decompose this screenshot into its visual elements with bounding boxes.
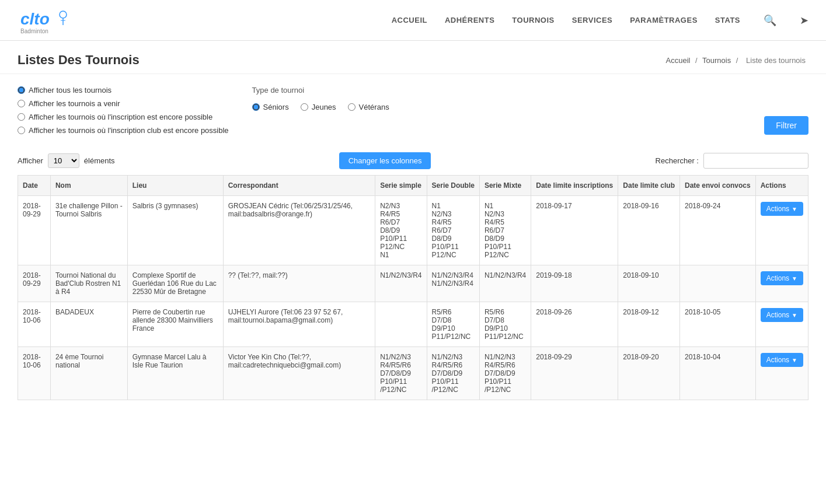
- cell-serie-mixte: N1N2/N3R4/R5R6/D7D8/D9P10/P11P12/NC: [479, 196, 531, 265]
- col-date-limite-inscriptions: Date limite inscriptions: [531, 176, 618, 196]
- svg-text:Badminton: Badminton: [20, 28, 48, 34]
- cell-date-limite-club: 2018-09-12: [618, 302, 680, 347]
- type-radio-veterans[interactable]: [348, 103, 356, 111]
- actions-caret-icon: ▼: [792, 312, 797, 318]
- elements-label: éléments: [84, 156, 115, 165]
- nav-parametrages[interactable]: PARAMÈTRAGES: [630, 16, 698, 24]
- col-date-limite-club: Date limite club: [618, 176, 680, 196]
- cell-nom: Tournoi National du Bad'Club Rostren N1 …: [50, 265, 127, 302]
- col-actions: Actions: [755, 176, 808, 196]
- nav-adherents[interactable]: ADHÉRENTS: [445, 16, 494, 24]
- cell-actions: Actions ▼: [755, 196, 808, 265]
- breadcrumb: Accueil / Tournois / Liste des tournois: [666, 56, 808, 65]
- show-count-select[interactable]: 10 25 50 100: [48, 153, 79, 168]
- cell-serie-simple: [375, 302, 427, 347]
- type-tournoi-radios: Séniors Jeunes Vétérans: [252, 103, 389, 111]
- cell-correspondant: GROSJEAN Cédric (Tel:06/25/31/25/46, mai…: [223, 196, 375, 265]
- cell-date: 2018-09-29: [18, 196, 51, 265]
- cell-lieu: Salbris (3 gymnases): [127, 196, 223, 265]
- filter-radio-3[interactable]: [18, 127, 25, 134]
- cell-serie-simple: N2/N3R4/R5R6/D7D8/D9P10/P11P12/NCN1: [375, 196, 427, 265]
- filter-option-3[interactable]: Afficher les tournois où l'inscription c…: [18, 126, 229, 135]
- filter-option-0[interactable]: Afficher tous les tournois: [18, 86, 229, 94]
- cell-lieu: Complexe Sportif de Guerlédan 106 Rue du…: [127, 265, 223, 302]
- type-radio-jeunes[interactable]: [301, 103, 308, 111]
- cell-serie-mixte: N1/N2/N3/R4: [479, 265, 531, 302]
- nav-tournois[interactable]: TOURNOIS: [512, 16, 554, 24]
- logout-icon[interactable]: ➤: [800, 14, 808, 27]
- cell-date-limite-inscriptions: 2018-09-29: [531, 347, 618, 400]
- nav-services[interactable]: SERVICES: [572, 16, 613, 24]
- logo-icon: clto Badminton: [18, 4, 70, 36]
- search-input[interactable]: [703, 153, 808, 169]
- nav-links: ACCUEIL ADHÉRENTS TOURNOIS SERVICES PARA…: [392, 14, 808, 27]
- cell-date-limite-club: 2018-09-16: [618, 196, 680, 265]
- cell-nom: 24 ème Tournoi national: [50, 347, 127, 400]
- cell-correspondant: ?? (Tel:??, mail:??): [223, 265, 375, 302]
- filter-col-left: Afficher tous les tournois Afficher les …: [18, 86, 229, 135]
- filter-row: Afficher tous les tournois Afficher les …: [18, 86, 808, 135]
- rechercher-label: Rechercher :: [656, 156, 699, 165]
- show-entries: Afficher 10 25 50 100 éléments: [18, 153, 115, 168]
- cell-serie-double: N1/N2/N3/R4N1/N2/N3/R4: [427, 265, 479, 302]
- filters-section: Afficher tous les tournois Afficher les …: [0, 74, 826, 146]
- type-radio-seniors[interactable]: [252, 103, 260, 111]
- cell-date-envoi-convocs: [679, 265, 755, 302]
- tournois-table: Date Nom Lieu Correspondant Serie simple…: [18, 175, 808, 400]
- col-date: Date: [18, 176, 51, 196]
- col-serie-mixte: Serie Mixte: [479, 176, 531, 196]
- table-row: 2018-10-0624 ème Tournoi nationalGymnase…: [18, 347, 808, 400]
- brand-logo[interactable]: clto Badminton: [18, 4, 70, 36]
- col-serie-simple: Serie simple: [375, 176, 427, 196]
- actions-button[interactable]: Actions ▼: [761, 202, 803, 216]
- cell-serie-double: N1N2/N3R4/R5R6/D7D8/D9P10/P11P12/NC: [427, 196, 479, 265]
- cell-lieu: Gymnase Marcel Lalu à Isle Rue Taurion: [127, 347, 223, 400]
- type-tournoi-label: Type de tournoi: [252, 86, 389, 94]
- filter-col-right: Type de tournoi Séniors Jeunes Vétérans: [252, 86, 389, 111]
- table-head: Date Nom Lieu Correspondant Serie simple…: [18, 176, 808, 196]
- nav-accueil[interactable]: ACCUEIL: [392, 16, 427, 24]
- breadcrumb-accueil[interactable]: Accueil: [666, 56, 691, 65]
- navbar: clto Badminton ACCUEIL ADHÉRENTS TOURNOI…: [0, 0, 826, 41]
- col-nom: Nom: [50, 176, 127, 196]
- nav-stats[interactable]: STATS: [715, 16, 740, 24]
- cell-date: 2018-10-06: [18, 347, 51, 400]
- breadcrumb-current: Liste des tournois: [746, 56, 806, 65]
- actions-button[interactable]: Actions ▼: [761, 353, 803, 367]
- filter-radio-0[interactable]: [18, 86, 25, 94]
- actions-button[interactable]: Actions ▼: [761, 308, 803, 322]
- cell-date-envoi-convocs: 2018-10-05: [679, 302, 755, 347]
- table-row: 2018-09-29Tournoi National du Bad'Club R…: [18, 265, 808, 302]
- type-option-seniors[interactable]: Séniors: [252, 103, 289, 111]
- changer-colonnes-button[interactable]: Changer les colonnes: [339, 152, 431, 169]
- filtrer-btn-container: Filtrer: [764, 116, 808, 135]
- filter-option-2[interactable]: Afficher les tournois où l'inscription e…: [18, 113, 229, 121]
- type-option-veterans[interactable]: Vétérans: [348, 103, 389, 111]
- table-header-row: Date Nom Lieu Correspondant Serie simple…: [18, 176, 808, 196]
- col-serie-double: Serie Double: [427, 176, 479, 196]
- cell-date-limite-club: 2018-09-10: [618, 265, 680, 302]
- actions-caret-icon: ▼: [792, 206, 797, 212]
- cell-date-envoi-convocs: 2018-10-04: [679, 347, 755, 400]
- breadcrumb-tournois[interactable]: Tournois: [702, 56, 731, 65]
- afficher-label: Afficher: [18, 156, 43, 165]
- filter-radio-1[interactable]: [18, 100, 25, 107]
- cell-lieu: Pierre de Coubertin rue allende 28300 Ma…: [127, 302, 223, 347]
- cell-nom: BADADEUX: [50, 302, 127, 347]
- table-row: 2018-10-06BADADEUXPierre de Coubertin ru…: [18, 302, 808, 347]
- cell-serie-simple: N1/N2/N3/R4: [375, 265, 427, 302]
- filtrer-button[interactable]: Filtrer: [764, 116, 808, 135]
- actions-caret-icon: ▼: [792, 275, 797, 282]
- cell-date-envoi-convocs: 2018-09-24: [679, 196, 755, 265]
- cell-date-limite-inscriptions: 2019-09-18: [531, 265, 618, 302]
- search-icon[interactable]: 🔍: [764, 14, 776, 27]
- filter-option-1[interactable]: Afficher les tournois a venir: [18, 99, 229, 108]
- cell-correspondant: Victor Yee Kin Cho (Tel:??, mail:cadrete…: [223, 347, 375, 400]
- cell-actions: Actions ▼: [755, 302, 808, 347]
- filter-radio-2[interactable]: [18, 113, 25, 121]
- cell-serie-mixte: R5/R6D7/D8D9/P10P11/P12/NC: [479, 302, 531, 347]
- type-option-jeunes[interactable]: Jeunes: [301, 103, 336, 111]
- cell-serie-simple: N1/N2/N3R4/R5/R6D7/D8/D9P10/P11/P12/NC: [375, 347, 427, 400]
- cell-date: 2018-10-06: [18, 302, 51, 347]
- actions-button[interactable]: Actions ▼: [761, 271, 803, 285]
